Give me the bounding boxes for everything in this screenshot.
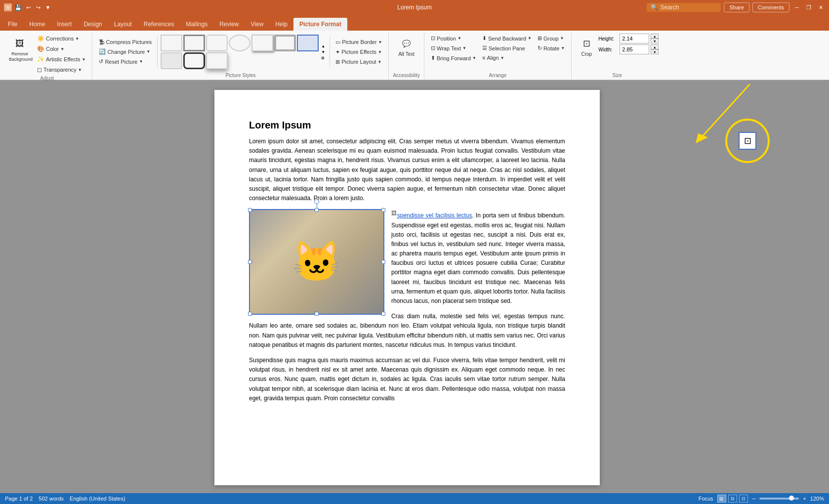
width-decrement[interactable]: ▼	[651, 49, 659, 54]
gallery-scroll-down[interactable]: ▼	[320, 49, 327, 55]
pic-style-5[interactable]	[251, 35, 273, 51]
tab-layout[interactable]: Layout	[108, 18, 138, 31]
reset-picture-button[interactable]: ↺ Reset Picture ▼	[96, 57, 154, 66]
handle-top-middle[interactable]	[315, 208, 319, 212]
handle-top-left[interactable]	[248, 208, 252, 212]
corrections-button[interactable]: ☀️ Corrections ▼	[35, 34, 88, 43]
search-bar[interactable]: 🔍	[647, 3, 721, 12]
height-increment[interactable]: ▲	[651, 34, 659, 39]
picture-effects-button[interactable]: ✦ Picture Effects ▼	[333, 47, 384, 57]
pic-style-10[interactable]	[206, 52, 228, 69]
zoom-in-button[interactable]: +	[803, 496, 806, 502]
search-icon: 🔍	[651, 4, 658, 11]
pic-style-7[interactable]	[297, 35, 319, 51]
document-page: Lorem Ipsum Lorem ipsum dolor sit amet, …	[214, 90, 600, 485]
corrections-icon: ☀️	[37, 35, 44, 42]
restore-button[interactable]: ❐	[804, 3, 813, 12]
pic-style-3[interactable]	[206, 35, 228, 51]
picture-border-button[interactable]: ▭ Picture Border ▼	[333, 38, 384, 47]
comments-button[interactable]: Comments	[752, 2, 789, 12]
handle-top-right[interactable]	[381, 208, 385, 212]
save-icon[interactable]: 💾	[14, 3, 23, 12]
focus-button[interactable]: Focus	[699, 496, 713, 502]
pic-style-8[interactable]	[161, 52, 182, 69]
redo-icon[interactable]: ↪	[34, 3, 42, 12]
tab-home[interactable]: Home	[23, 18, 51, 31]
print-layout-button[interactable]: ▤	[717, 495, 726, 503]
wrap-text-label: Wrap Text	[437, 45, 461, 51]
arrange-col-3: ⊞ Group ▼ ↻ Rotate ▼	[535, 34, 567, 53]
rotate-handle[interactable]	[314, 199, 319, 204]
size-inputs: Height: ▲ ▼ Width: ▲ ▼	[598, 34, 659, 54]
remove-background-label: Remove Background	[9, 51, 31, 62]
read-mode-button[interactable]: ⊡	[739, 495, 748, 503]
document-scroll[interactable]: Lorem Ipsum Lorem ipsum dolor sit amet, …	[0, 80, 814, 493]
compress-pictures-button[interactable]: 🗜 Compress Pictures	[96, 38, 154, 46]
handle-bottom-left[interactable]	[248, 312, 252, 316]
alt-text-button[interactable]: 💬 Alt Text	[395, 34, 417, 59]
gallery-scroll-up[interactable]: ▲	[320, 43, 327, 49]
accessibility-label: Accessibility	[393, 72, 419, 80]
rotate-button[interactable]: ↻ Rotate ▼	[535, 43, 567, 53]
change-picture-icon: 🔄	[99, 48, 106, 55]
tab-view[interactable]: View	[245, 18, 270, 31]
selection-pane-button[interactable]: ☰ Selection Pane	[480, 43, 534, 53]
handle-bottom-right[interactable]	[381, 312, 385, 316]
send-backward-button[interactable]: ⬇ Send Backward ▼	[480, 34, 534, 43]
artistic-effects-label: Artistic Effects	[46, 56, 80, 62]
tab-mailings[interactable]: Mailings	[180, 18, 213, 31]
wrap-text-button[interactable]: ⊡ Wrap Text ▼	[428, 43, 479, 53]
height-input[interactable]	[620, 34, 649, 43]
compress-pictures-label: Compress Pictures	[106, 39, 152, 45]
align-button[interactable]: ≡ Align ▼	[480, 53, 534, 62]
crop-button[interactable]: ⊡ Crop	[576, 34, 597, 59]
customize-qa-icon[interactable]: ▼	[43, 3, 52, 12]
remove-background-icon: 🖼	[12, 36, 28, 51]
height-decrement[interactable]: ▼	[651, 39, 659, 43]
pic-style-2[interactable]	[183, 35, 205, 51]
gallery-expand[interactable]: ⊞	[320, 55, 327, 61]
selection-pane-label: Selection Pane	[489, 45, 525, 51]
search-input[interactable]	[660, 4, 709, 11]
corrections-label: Corrections	[46, 36, 74, 42]
tab-picture-format[interactable]: Picture Format	[293, 18, 347, 31]
transparency-button[interactable]: ◻ Transparency ▼	[35, 65, 88, 75]
web-layout-button[interactable]: ⊟	[728, 495, 737, 503]
tab-help[interactable]: Help	[269, 18, 293, 31]
zoom-slider[interactable]	[759, 498, 799, 500]
change-picture-button[interactable]: 🔄 Change Picture ▼	[96, 47, 154, 56]
width-increment[interactable]: ▲	[651, 44, 659, 49]
tab-design[interactable]: Design	[78, 18, 108, 31]
paragraph-3: Cras diam nulla, molestie sed felis vel,…	[249, 312, 565, 350]
status-right: Focus ▤ ⊟ ⊡ ─ + 120%	[699, 495, 824, 503]
share-button[interactable]: Share	[724, 2, 749, 12]
bring-forward-button[interactable]: ⬆ Bring Forward ▼	[428, 53, 479, 63]
zoom-level[interactable]: 120%	[810, 496, 824, 502]
group-button[interactable]: ⊞ Group ▼	[535, 34, 567, 43]
undo-icon[interactable]: ↩	[24, 3, 33, 12]
pic-style-6[interactable]	[274, 35, 296, 51]
remove-background-button[interactable]: 🖼 Remove Background	[6, 34, 34, 64]
pic-style-9[interactable]	[183, 52, 205, 69]
color-button[interactable]: 🎨 Color ▼	[35, 44, 88, 54]
close-button[interactable]: ✕	[816, 3, 825, 12]
pic-style-4[interactable]	[229, 35, 250, 51]
picture-layout-button[interactable]: ⊞ Picture Layout ▼	[333, 57, 384, 67]
tab-review[interactable]: Review	[213, 18, 245, 31]
tab-references[interactable]: References	[138, 18, 180, 31]
handle-bottom-middle[interactable]	[315, 312, 319, 316]
handle-middle-right[interactable]	[381, 260, 385, 264]
tab-file[interactable]: File	[2, 18, 23, 31]
position-button[interactable]: ⊡ Position ▼	[428, 34, 479, 43]
status-left: Page 1 of 2 502 words English (United St…	[5, 496, 125, 502]
tab-insert[interactable]: Insert	[51, 18, 78, 31]
minimize-button[interactable]: ─	[792, 3, 801, 12]
handle-middle-left[interactable]	[248, 260, 252, 264]
width-input[interactable]	[620, 44, 649, 54]
pic-style-1[interactable]	[161, 35, 182, 51]
picture-effects-icon: ✦	[335, 49, 340, 55]
selected-image[interactable]	[249, 209, 384, 315]
artistic-effects-button[interactable]: ✨ Artistic Effects ▼	[35, 54, 88, 64]
wrap-text-icon: ⊡	[431, 45, 435, 51]
zoom-out-button[interactable]: ─	[752, 496, 756, 502]
